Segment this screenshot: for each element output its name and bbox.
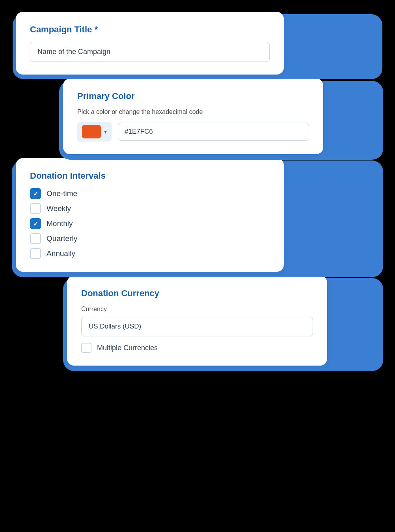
checkbox-weekly[interactable]: [30, 203, 41, 214]
hex-input[interactable]: [118, 123, 309, 141]
interval-onetime-label: One-time: [47, 189, 77, 198]
checkbox-list: One-time Weekly Monthly Quarterly Annual: [30, 188, 270, 259]
checkbox-annually[interactable]: [30, 248, 41, 259]
interval-quarterly[interactable]: Quarterly: [30, 233, 270, 244]
donation-currency-card: Donation Currency Currency Multiple Curr…: [67, 276, 327, 366]
campaign-title-input[interactable]: [30, 42, 270, 62]
multi-currency-checkbox[interactable]: [81, 343, 91, 353]
campaign-title-wrapper: Campaign Title *: [16, 12, 379, 75]
campaign-title-heading: Campaign Title *: [30, 24, 270, 35]
interval-annually[interactable]: Annually: [30, 248, 270, 259]
interval-weekly-label: Weekly: [47, 204, 71, 213]
donation-currency-heading: Donation Currency: [81, 288, 313, 299]
color-picker-row: ▾: [77, 122, 309, 142]
donation-intervals-card: Donation Intervals One-time Weekly Month…: [16, 158, 284, 272]
checkbox-quarterly[interactable]: [30, 233, 41, 244]
interval-weekly[interactable]: Weekly: [30, 203, 270, 214]
donation-intervals-wrapper: Donation Intervals One-time Weekly Month…: [16, 158, 379, 272]
currency-label: Currency: [81, 306, 313, 313]
checkbox-onetime[interactable]: [30, 188, 41, 199]
interval-quarterly-label: Quarterly: [47, 234, 77, 243]
interval-monthly-label: Monthly: [47, 219, 73, 228]
campaign-title-card: Campaign Title *: [16, 12, 284, 75]
multi-currency-label: Multiple Currencies: [97, 344, 158, 352]
primary-color-heading: Primary Color: [77, 91, 309, 101]
donation-intervals-heading: Donation Intervals: [30, 171, 270, 181]
color-subtitle: Pick a color or change the hexadecimal c…: [77, 108, 309, 116]
color-swatch: [82, 125, 101, 138]
interval-onetime[interactable]: One-time: [30, 188, 270, 199]
currency-input[interactable]: [81, 317, 313, 336]
multi-currency-row[interactable]: Multiple Currencies: [81, 343, 313, 353]
checkbox-monthly[interactable]: [30, 218, 41, 229]
donation-currency-wrapper: Donation Currency Currency Multiple Curr…: [67, 276, 379, 366]
color-swatch-button[interactable]: ▾: [77, 122, 112, 142]
chevron-down-icon: ▾: [104, 129, 107, 135]
primary-color-card: Primary Color Pick a color or change the…: [63, 78, 323, 154]
interval-annually-label: Annually: [47, 249, 75, 258]
cards-container: Campaign Title * Primary Color Pick a co…: [16, 12, 379, 362]
primary-color-wrapper: Primary Color Pick a color or change the…: [63, 78, 379, 154]
interval-monthly[interactable]: Monthly: [30, 218, 270, 229]
